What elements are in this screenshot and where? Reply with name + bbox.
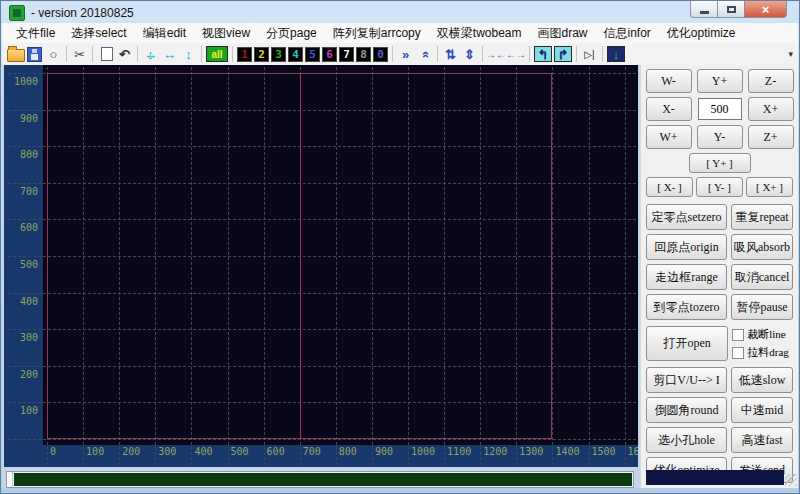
gridline-v (589, 67, 590, 465)
layer-0-button[interactable]: 0 (373, 47, 388, 62)
line-checkbox-box[interactable] (732, 329, 744, 341)
toolbar-separator (201, 46, 202, 62)
compress-horizontal-icon[interactable]: →← (486, 45, 506, 64)
step-end-icon[interactable]: ▷| (580, 45, 599, 64)
open-button[interactable]: 打开open (646, 326, 728, 361)
z-minus-button[interactable]: Z- (748, 69, 794, 93)
x-minus-step-button[interactable]: [ X- ] (646, 177, 693, 197)
mid-button[interactable]: 中速mid (731, 397, 793, 423)
toolbar-separator (576, 46, 577, 62)
function-buttons-bottom: 剪口V/U--> I低速slow倒圆角round中速mid选小孔hole高速fa… (641, 367, 798, 483)
rotate-right-icon[interactable]: ↱ (554, 46, 572, 62)
layer-1-button[interactable]: 1 (237, 47, 252, 62)
all-layers-button[interactable]: all (206, 46, 228, 62)
tozero-button[interactable]: 到零点tozero (646, 294, 727, 320)
layer-2-button[interactable]: 2 (254, 47, 269, 62)
w-minus-button[interactable]: W- (646, 69, 692, 93)
save-icon[interactable] (25, 45, 44, 64)
y-minus-button[interactable]: Y- (697, 125, 743, 149)
menu-edit[interactable]: 编辑edit (135, 23, 194, 44)
menu-arrcopy[interactable]: 阵列复制arrcopy (325, 23, 429, 44)
y-tick-label: 500 (4, 259, 38, 270)
range-button[interactable]: 走边框range (646, 264, 727, 290)
fit-height-icon[interactable]: ↕ (179, 45, 198, 64)
resize-grip[interactable] (785, 474, 797, 486)
layer-5-button[interactable]: 5 (305, 47, 320, 62)
y-plus-step-button[interactable]: [ Y+ ] (689, 153, 751, 173)
cancel-button[interactable]: 取消cancel (731, 264, 793, 290)
x-tick-label: 800 (339, 446, 357, 457)
x-tick-label: 1200 (483, 446, 507, 457)
open-file-icon[interactable] (6, 45, 25, 64)
setzero-button[interactable]: 定零点setzero (646, 204, 727, 230)
repeat-button[interactable]: 重复repeat (731, 204, 793, 230)
toolbar-separator (137, 46, 138, 62)
drag-checkbox[interactable]: 拉料drag (732, 345, 793, 360)
send-download-icon[interactable]: ↓ (607, 46, 625, 62)
fast-button[interactable]: 高速fast (731, 427, 793, 453)
layer-3-button[interactable]: 3 (271, 47, 286, 62)
layer-4-button[interactable]: 4 (288, 47, 303, 62)
button-row: 倒圆角round中速mid (646, 397, 793, 423)
x-tick-label: 0 (50, 446, 56, 457)
y-minus-step-button[interactable]: [ Y- ] (696, 177, 743, 197)
layer-6-button[interactable]: 6 (322, 47, 337, 62)
hole-button[interactable]: 选小孔hole (646, 427, 727, 453)
layer-7-button[interactable]: 7 (339, 47, 354, 62)
x-minus-button[interactable]: X- (646, 97, 692, 121)
close-button[interactable]: × (744, 1, 787, 18)
menu-select[interactable]: 选择select (63, 23, 134, 44)
toolbar-overflow-icon[interactable]: ▾ (788, 49, 793, 59)
drag-checkbox-box[interactable] (732, 347, 744, 359)
menu-draw[interactable]: 画图draw (530, 23, 596, 44)
slow-button[interactable]: 低速slow (731, 367, 793, 393)
step-input[interactable] (698, 98, 742, 120)
menu-infor[interactable]: 信息infor (596, 23, 659, 44)
menu-file[interactable]: 文件file (8, 23, 63, 44)
line-checkbox[interactable]: 裁断line (732, 327, 793, 342)
pause-button[interactable]: 暂停pause (731, 294, 793, 320)
control-panel: W-Y+Z-X-X+W+Y-Z+ [ Y+ ] [ X- ][ Y- ][ X+… (640, 65, 798, 488)
menu-bar: 文件file选择select编辑edit视图view分页page阵列复制arrc… (2, 23, 798, 44)
absorb-button[interactable]: 吸风absorb (731, 234, 793, 260)
checkbox-column: 裁断line拉料drag (732, 327, 793, 360)
w-plus-button[interactable]: W+ (646, 125, 692, 149)
pan-icon[interactable] (141, 45, 160, 64)
compress-vertical-icon[interactable]: ⇅ (441, 45, 460, 64)
button-row: 回原点origin吸风absorb (646, 234, 793, 260)
ellipse-tool-icon[interactable]: ○ (44, 45, 63, 64)
toolbar: ○✂↶↔↕all123456780»»⇅⇕→←←→↰↱▷|↓ ▾ (2, 43, 798, 66)
x-plus-button[interactable]: X+ (748, 97, 794, 121)
minimize-button[interactable] (690, 1, 718, 18)
chevron-up-icon[interactable]: » (415, 45, 434, 64)
design-canvas[interactable]: 1002003004005006007008009001000010020030… (4, 65, 638, 467)
x-tick-label: 1000 (411, 446, 435, 457)
copy-icon[interactable] (96, 45, 115, 64)
menu-view[interactable]: 视图view (194, 23, 258, 44)
jog-bracket-row: [ X- ][ Y- ][ X+ ] (641, 177, 798, 197)
menu-twobeam[interactable]: 双横梁twobeam (429, 23, 530, 44)
toolbar-items: ○✂↶↔↕all123456780»»⇅⇕→←←→↰↱▷|↓ (2, 43, 798, 65)
fit-width-icon[interactable]: ↔ (160, 45, 179, 64)
chevron-right-icon[interactable]: » (396, 45, 415, 64)
expand-horizontal-icon[interactable]: ←→ (506, 45, 526, 64)
x-plus-step-button[interactable]: [ X+ ] (746, 177, 793, 197)
function-buttons-top: 定零点setzero重复repeat回原点origin吸风absorb走边框ra… (641, 204, 798, 320)
gridline-v (552, 67, 553, 465)
layer-8-button[interactable]: 8 (356, 47, 371, 62)
maximize-button[interactable] (717, 1, 745, 18)
rotate-left-icon[interactable]: ↰ (534, 46, 552, 62)
z-plus-button[interactable]: Z+ (748, 125, 794, 149)
y-plus-button[interactable]: Y+ (697, 69, 743, 93)
cut-icon[interactable]: ✂ (70, 45, 89, 64)
origin-button[interactable]: 回原点origin (646, 234, 727, 260)
menu-page[interactable]: 分页page (258, 23, 325, 44)
menu-optimize[interactable]: 优化optimize (659, 23, 744, 44)
round-button[interactable]: 倒圆角round (646, 397, 727, 423)
x-tick-label: 400 (194, 446, 212, 457)
y-tick-label: 800 (4, 149, 38, 160)
undo-icon[interactable]: ↶ (115, 45, 134, 64)
expand-vertical-icon[interactable]: ⇕ (460, 45, 479, 64)
jog-bracket-row-single: [ Y+ ] (641, 153, 798, 173)
cut-vu-i-button[interactable]: 剪口V/U--> I (646, 367, 727, 393)
